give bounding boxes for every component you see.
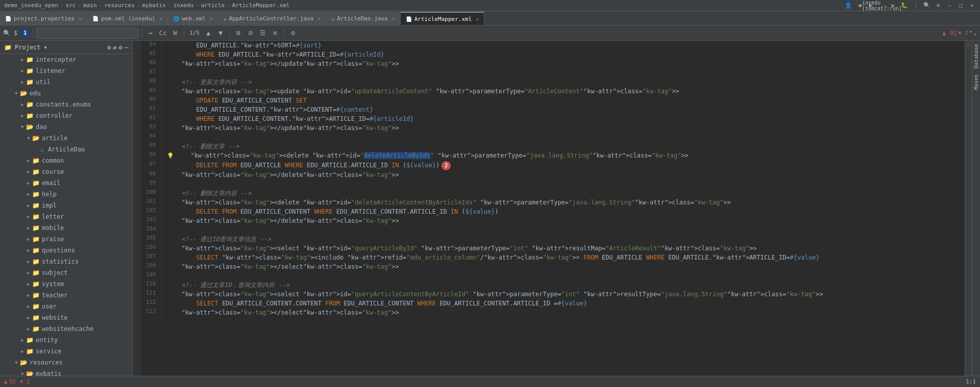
btn2[interactable]: ⊟ (245, 28, 256, 39)
bug-icon[interactable]: 🐛 (900, 2, 909, 10)
line-content[interactable]: <!-- 删除文章 --> (161, 142, 965, 151)
sidebar-item-util[interactable]: ▶ 📁 util (0, 76, 132, 88)
line-content[interactable]: "kw-attr">class="kw-tag"></update"kw-att… (161, 123, 965, 133)
case-btn[interactable]: Cc (157, 28, 168, 39)
line-content[interactable]: <!-- 更新文章内容 --> (161, 78, 965, 87)
sidebar-item-controller[interactable]: ▶ 📁 controller (0, 110, 132, 121)
line-content[interactable]: EDU_ARTICLE."kw-attr">SORT=#{sort} (161, 41, 965, 50)
sync-icon[interactable]: ⇄ (113, 44, 116, 51)
sidebar-item-intercepter[interactable]: ▶ 📁 intercepter (0, 54, 132, 65)
sidebar-item-articledao[interactable]: ☕ ArticleDao (0, 144, 132, 155)
gear-icon[interactable]: ⚙ (107, 44, 111, 51)
line-content[interactable]: "kw-attr">class="kw-tag"></select"kw-att… (161, 262, 965, 271)
sidebar-item-help[interactable]: ▶ 📁 help (0, 189, 132, 200)
right-tab-database[interactable]: Database (972, 41, 980, 71)
line-content[interactable]: "kw-attr">class="kw-tag"><update "kw-att… (161, 87, 965, 96)
sidebar-item-entity[interactable]: ▶ 📁 entity (0, 334, 132, 346)
line-content[interactable]: DELETE FROM EDU_ARTICLE_CONTENT WHERE ED… (161, 207, 965, 216)
word-btn[interactable]: W (169, 28, 181, 39)
scrollbar-panel[interactable]: — (965, 41, 972, 376)
sidebar-item-constants[interactable]: ▶ 📁 constants.enums (0, 99, 132, 110)
next-btn[interactable]: ▼ (215, 28, 226, 39)
prev-btn[interactable]: ▲ (203, 28, 214, 39)
search-icon[interactable]: 🔍 (923, 2, 931, 10)
line-content[interactable] (161, 133, 965, 142)
tab-pom-xml[interactable]: 📄 pom.xml (inxedu) ✕ (87, 12, 168, 25)
sidebar-item-listener[interactable]: ▶ 📁 listener (0, 65, 132, 76)
run-icon[interactable]: ▶ (889, 2, 897, 10)
bulb-icon[interactable]: 💡 (167, 152, 174, 159)
btn3[interactable]: ☰ (257, 28, 268, 39)
search-input[interactable] (36, 28, 138, 39)
replace-btn[interactable]: ↔ (145, 28, 156, 39)
minus-icon[interactable]: — (125, 44, 128, 51)
sidebar-item-questions[interactable]: ▶ 📁 questions (0, 245, 132, 256)
settings-icon[interactable]: ⚙ (934, 2, 942, 10)
line-content[interactable]: WHERE EDU_ARTICLE_CONTENT."kw-attr">ARTI… (161, 114, 965, 123)
line-content[interactable]: "kw-attr">class="kw-tag"></update"kw-att… (161, 59, 965, 68)
line-content[interactable]: <!-- 通过文章ID，查询文章内容 --> (161, 280, 965, 290)
sidebar-item-edu[interactable]: ▼ 📂 edu (0, 88, 132, 99)
line-content[interactable] (161, 68, 965, 78)
sidebar-item-mobile[interactable]: ▶ 📁 mobile (0, 222, 132, 234)
line-content[interactable]: "kw-attr">class="kw-tag"></delete"kw-att… (161, 216, 965, 225)
tab-app-controller[interactable]: ☕ AppArticleController.java ✕ (218, 12, 327, 25)
line-content[interactable]: SELECT EDU_ARTICLE_CONTENT.CONTENT FROM … (161, 299, 965, 308)
line-content[interactable]: "kw-attr">class="kw-tag"></delete"kw-att… (161, 170, 965, 179)
sidebar-item-resources[interactable]: ▼ 📂 resources (0, 357, 132, 368)
line-content[interactable]: "kw-attr">class="kw-tag"><select "kw-att… (161, 290, 965, 299)
tab-close-web[interactable]: ✕ (210, 16, 213, 21)
right-tab-maven[interactable]: Maven (972, 71, 980, 93)
btn4[interactable]: ≡ (270, 28, 281, 39)
sidebar-item-mybatis[interactable]: ▼ 📂 mybatis (0, 368, 132, 376)
line-content[interactable]: "kw-attr">class="kw-tag"><select "kw-att… (161, 244, 965, 253)
line-content[interactable]: <!-- 通过ID查询文章信息 --> (161, 235, 965, 244)
collapse-icon[interactable]: ⌄ (973, 30, 977, 36)
line-content[interactable]: WHERE EDU_ARTICLE."kw-attr">ARTICLE_ID=#… (161, 50, 965, 59)
tab-web-xml[interactable]: 🌐 web.xml ✕ (168, 12, 218, 25)
sidebar-item-dao[interactable]: ▼ 📂 dao (0, 121, 132, 133)
tab-article-dao[interactable]: ☕ ArticleDao.java ✕ (326, 12, 400, 25)
line-content[interactable]: UPDATE EDU_ARTICLE_CONTENT SET (161, 96, 965, 105)
sidebar-item-email[interactable]: ▶ 📁 email (0, 177, 132, 189)
project-dropdown-icon[interactable]: ▾ (44, 44, 47, 51)
line-content[interactable]: "kw-attr">class="kw-tag"></select"kw-att… (161, 308, 965, 317)
more-icon[interactable]: ⋮ (912, 2, 920, 10)
sidebar-item-impl[interactable]: ▶ 📁 impl (0, 200, 132, 211)
sidebar-item-websiteehcache[interactable]: ▶ 📁 websiteehcache (0, 323, 132, 334)
user-icon[interactable]: 👤 (844, 2, 852, 10)
sidebar-item-subject[interactable]: ▶ 📁 subject (0, 267, 132, 278)
sidebar-item-teacher[interactable]: ▶ 📁 teacher (0, 290, 132, 301)
sidebar-item-praise[interactable]: ▶ 📁 praise (0, 234, 132, 245)
sidebar-item-letter[interactable]: ▶ 📁 letter (0, 211, 132, 222)
line-content[interactable] (161, 271, 965, 280)
sidebar-item-system[interactable]: ▶ 📁 system (0, 278, 132, 290)
minimize-icon[interactable]: — (945, 2, 953, 10)
tab-close-pom[interactable]: ✕ (159, 16, 162, 21)
sidebar-item-service[interactable]: ▶ 📁 service (0, 346, 132, 357)
close-icon[interactable]: ✕ (968, 2, 976, 10)
maximize-icon[interactable]: □ (957, 2, 965, 10)
line-content[interactable]: 💡 "kw-attr">class="kw-tag"><delete "kw-a… (161, 151, 965, 161)
line-content[interactable]: SELECT "kw-attr">class="kw-tag"><include… (161, 253, 965, 262)
sidebar-item-course[interactable]: ▶ 📁 course (0, 166, 132, 177)
sidebar-item-article-dao[interactable]: ▼ 📂 article (0, 133, 132, 144)
filter-btn[interactable]: ⚙ (287, 28, 299, 39)
line-content[interactable] (161, 179, 965, 189)
tab-project-properties[interactable]: 📄 project.properties ✕ (0, 12, 87, 25)
settings2-icon[interactable]: ⚙ (119, 44, 122, 51)
btn1[interactable]: ⊞ (233, 28, 244, 39)
tab-close-mapper[interactable]: ✕ (476, 16, 479, 22)
sidebar-item-user[interactable]: ▶ 📁 user (0, 301, 132, 312)
line-content[interactable]: <!-- 删除文章内容 --> (161, 189, 965, 198)
expand-icon[interactable]: ⌃ (969, 30, 973, 36)
sidebar-item-website[interactable]: ▶ 📁 website (0, 312, 132, 323)
tab-close-project-properties[interactable]: ✕ (79, 16, 82, 21)
line-content[interactable] (161, 225, 965, 235)
line-content[interactable]: "kw-attr">class="kw-tag"><delete "kw-att… (161, 198, 965, 207)
line-content[interactable]: DELETE FROM EDU_ARTICLE WHERE EDU_ARTICL… (161, 161, 965, 170)
editor[interactable]: 84 EDU_ARTICLE."kw-attr">SORT=#{sort}85 … (141, 41, 965, 376)
tab-close-dao[interactable]: ✕ (392, 16, 395, 21)
sidebar-item-common[interactable]: ▶ 📁 common (0, 155, 132, 166)
tab-article-mapper[interactable]: 📄 ArticleMapper.xml ✕ (401, 12, 485, 25)
